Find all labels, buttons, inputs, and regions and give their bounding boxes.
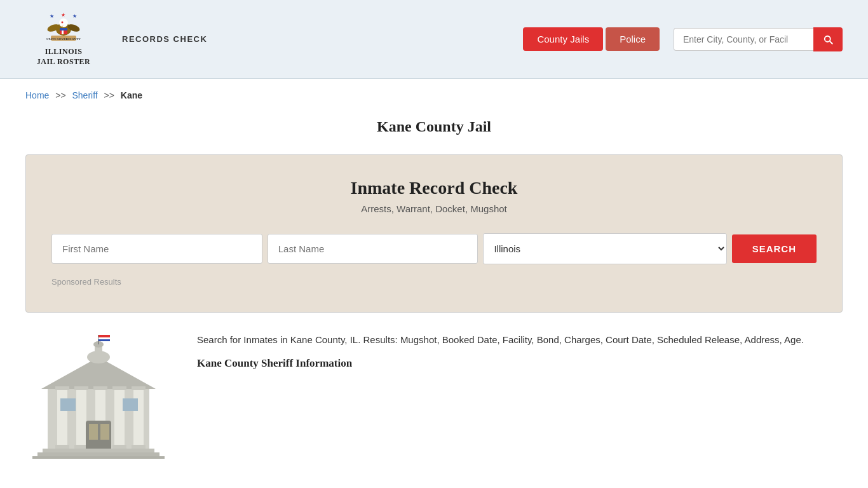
svg-rect-34 [60,398,76,411]
breadcrumb-sep-2: >> [104,90,114,100]
police-button[interactable]: Police [606,27,660,51]
description-text: Search for Inmates in Kane County, IL. R… [197,332,843,348]
last-name-input[interactable] [268,234,478,264]
site-logo[interactable]: ★ ★ ★ STATE SOVEREIGNTY ILLINOIS JAIL RO… [25,11,102,67]
header-search-button[interactable] [813,27,843,51]
svg-rect-45 [98,337,110,339]
content-description: Search for Inmates in Kane County, IL. R… [197,332,843,379]
svg-rect-32 [89,424,98,440]
svg-rect-8 [60,28,67,30]
svg-rect-30 [132,445,146,449]
svg-rect-25 [132,386,146,390]
svg-point-1 [59,18,68,27]
record-search-button[interactable]: SEARCH [732,234,817,263]
svg-rect-33 [100,424,109,440]
svg-rect-37 [37,452,159,456]
svg-text:★: ★ [61,12,65,18]
svg-rect-19 [114,389,125,446]
first-name-input[interactable] [51,234,262,264]
main-nav: County Jails Police [523,27,843,51]
header-search [674,27,843,51]
courthouse-icon [29,332,168,459]
breadcrumb-sheriff[interactable]: Sheriff [72,90,98,100]
svg-rect-16 [57,389,67,446]
sheriff-info-title: Kane County Sheriff Information [197,355,843,373]
record-check-title: Inmate Record Check [51,178,817,198]
page-title: Kane County Jail [0,118,868,135]
header-search-input[interactable] [674,28,813,51]
breadcrumb-current: Kane [121,90,142,100]
state-select[interactable]: IllinoisAlabamaAlaskaArizonaArkansasCali… [483,233,726,264]
svg-rect-23 [93,386,107,390]
building-illustration [25,332,172,459]
site-header: ★ ★ ★ STATE SOVEREIGNTY ILLINOIS JAIL RO… [0,0,868,79]
content-section: Search for Inmates in Kane County, IL. R… [25,332,843,459]
svg-rect-46 [98,339,110,341]
svg-rect-20 [133,389,144,446]
svg-rect-36 [43,449,154,452]
breadcrumb-sep-1: >> [55,90,65,100]
svg-rect-44 [98,335,110,337]
search-icon [822,34,834,45]
svg-point-3 [62,22,64,24]
record-check-subtitle: Arrests, Warrant, Docket, Mugshot [51,203,817,214]
breadcrumb-home[interactable]: Home [25,90,49,100]
breadcrumb: Home >> Sheriff >> Kane [0,79,868,107]
logo-text: ILLINOIS JAIL ROSTER [37,47,91,67]
sponsored-label: Sponsored Results [51,277,817,287]
svg-text:★: ★ [72,13,77,19]
county-jails-button[interactable]: County Jails [523,27,603,51]
svg-text:★: ★ [50,13,54,19]
record-check-form: IllinoisAlabamaAlaskaArizonaArkansasCali… [51,233,817,264]
svg-rect-35 [123,398,138,411]
svg-rect-24 [112,386,126,390]
logo-flag-icon: ★ ★ ★ STATE SOVEREIGNTY [44,11,83,44]
svg-rect-17 [76,389,86,446]
svg-rect-21 [55,386,69,390]
svg-text:STATE SOVEREIGNTY: STATE SOVEREIGNTY [46,37,81,41]
svg-rect-29 [112,445,126,449]
record-check-box: Inmate Record Check Arrests, Warrant, Do… [25,154,843,313]
records-check-link[interactable]: RECORDS CHECK [122,34,207,44]
svg-rect-22 [74,386,88,390]
svg-rect-26 [55,445,69,449]
svg-rect-38 [32,456,165,459]
